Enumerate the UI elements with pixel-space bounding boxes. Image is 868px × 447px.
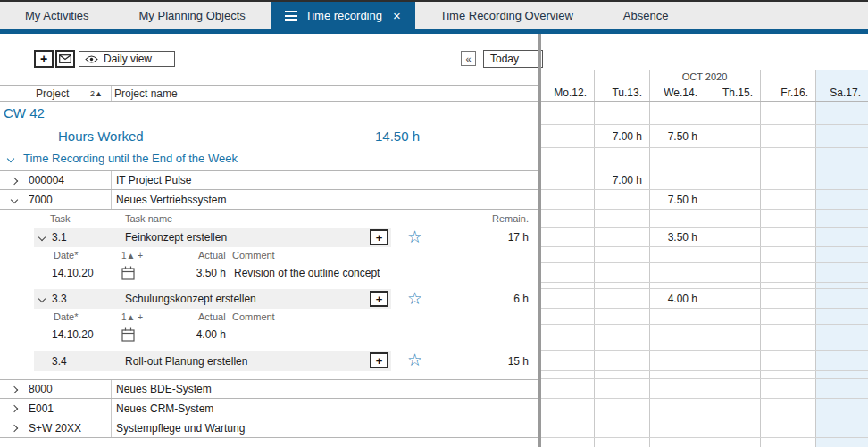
spacer-row — [0, 344, 539, 351]
tab-absence[interactable]: Absence — [598, 2, 694, 29]
hours-cell[interactable] — [594, 289, 649, 308]
close-icon[interactable]: × — [393, 9, 401, 22]
calendar-row-project — [541, 399, 868, 418]
tab-time-recording-overview[interactable]: Time Recording Overview — [415, 2, 598, 29]
sort-add-indicator[interactable]: 1▲ + — [121, 251, 143, 261]
tab-label: My Activities — [25, 9, 89, 22]
hours-cell[interactable] — [705, 190, 760, 209]
table-header: Project 2▲ Project name — [0, 85, 539, 102]
hours-cell[interactable]: 7.50 h — [649, 125, 705, 147]
tab-my-planning-objects[interactable]: My Planning Objects — [114, 2, 271, 29]
day-header[interactable]: Th.15. — [705, 85, 760, 101]
calendar-row-task: 3.50 h — [541, 228, 868, 247]
calendar-icon[interactable] — [121, 327, 135, 345]
task-header-row: Task Task name Remain. — [0, 210, 539, 228]
tab-my-activities[interactable]: My Activities — [0, 2, 114, 29]
hours-cell[interactable] — [815, 125, 868, 147]
calendar-row — [541, 247, 868, 263]
column-divider — [111, 418, 112, 437]
hours-cell[interactable] — [594, 190, 649, 209]
hours-cell[interactable] — [815, 190, 868, 209]
plus-icon: + — [40, 52, 47, 66]
hours-cell[interactable]: 7.00 h — [594, 170, 649, 189]
hours-cell[interactable] — [815, 289, 868, 308]
plus-icon: + — [376, 293, 383, 306]
hours-cell[interactable] — [541, 289, 594, 308]
hours-worked-label: Hours Worked — [58, 128, 144, 144]
add-entry-button[interactable]: + — [370, 352, 388, 368]
project-code: 7000 — [29, 194, 53, 206]
project-row[interactable]: 000004 IT Project Pulse — [0, 170, 539, 190]
hours-cell[interactable] — [760, 125, 815, 147]
hours-cell[interactable]: 4.00 h — [649, 289, 705, 308]
column-header-project[interactable]: Project — [36, 87, 69, 100]
hours-cell[interactable] — [649, 170, 705, 189]
add-button[interactable]: + — [34, 50, 54, 68]
chevron-right-icon[interactable] — [11, 178, 18, 185]
chevron-right-icon[interactable] — [11, 425, 18, 432]
view-selector[interactable]: Daily view — [79, 51, 175, 67]
remaining-hours: 6 h — [448, 293, 529, 305]
star-icon[interactable]: ☆ — [407, 228, 422, 247]
hours-cell[interactable] — [760, 170, 815, 189]
entry-date: 14.10.20 — [52, 267, 94, 279]
previous-week-button[interactable]: « — [461, 51, 476, 66]
chevron-right-icon[interactable] — [11, 405, 18, 412]
day-header[interactable]: We.14. — [649, 85, 705, 101]
menu-icon[interactable] — [285, 9, 297, 23]
tab-time-recording[interactable]: Time recording × — [271, 2, 415, 29]
project-row[interactable]: E001 Neues CRM-System — [0, 399, 539, 418]
mail-button[interactable] — [55, 50, 75, 68]
entry-row[interactable]: 14.10.20 3.50 h Revision of the outline … — [0, 263, 539, 283]
tab-label: Absence — [623, 9, 669, 22]
hours-cell[interactable] — [541, 125, 594, 147]
star-icon[interactable]: ☆ — [407, 351, 422, 370]
entry-row[interactable]: 14.10.20 4.00 h — [0, 325, 539, 344]
hours-cell[interactable]: 3.50 h — [649, 228, 705, 246]
hours-cell[interactable] — [760, 228, 815, 246]
hours-cell[interactable] — [705, 125, 760, 147]
star-icon[interactable]: ☆ — [407, 289, 422, 309]
hours-cell[interactable] — [705, 228, 760, 246]
hours-cell[interactable]: 7.50 h — [649, 190, 705, 209]
project-name: IT Project Pulse — [116, 174, 191, 186]
pane-splitter[interactable] — [538, 34, 541, 447]
task-row[interactable]: 3.4 Roll-out Planung erstellen + ☆ 15 h — [0, 351, 539, 371]
sort-indicator[interactable]: 2▲ — [90, 89, 103, 98]
hours-cell[interactable] — [815, 170, 868, 189]
calendar-row — [541, 325, 868, 344]
hours-cell[interactable] — [705, 170, 760, 189]
hours-cell[interactable] — [705, 289, 760, 308]
hours-cell[interactable] — [541, 170, 594, 189]
hours-cell[interactable] — [594, 228, 649, 246]
project-name: Neues BDE-System — [116, 383, 212, 395]
task-row[interactable]: 3.3 Schulungskonzept erstellen + ☆ 6 h — [0, 289, 539, 309]
calendar-icon[interactable] — [121, 266, 135, 284]
hours-cell[interactable] — [815, 228, 868, 246]
hours-cell[interactable] — [760, 190, 815, 209]
calendar-row-task: 4.00 h — [541, 289, 868, 309]
today-button[interactable]: Today — [483, 50, 543, 68]
view-label: Daily view — [104, 53, 152, 65]
day-header[interactable]: Tu.13. — [594, 85, 649, 101]
hours-cell[interactable] — [541, 228, 594, 246]
project-row[interactable]: 8000 Neues BDE-System — [0, 379, 539, 399]
hours-cell[interactable] — [541, 190, 594, 209]
add-entry-button[interactable]: + — [370, 229, 388, 245]
project-row[interactable]: 7000 Neues Vertriebssystem — [0, 190, 539, 210]
hours-cell[interactable] — [760, 289, 815, 308]
add-entry-button[interactable]: + — [370, 291, 388, 307]
chevron-down-icon[interactable] — [11, 196, 18, 203]
chevron-down-icon[interactable] — [7, 155, 14, 162]
chevron-right-icon[interactable] — [11, 386, 18, 393]
hours-cell[interactable]: 7.00 h — [594, 125, 649, 147]
task-row[interactable]: 3.1 Feinkonzept erstellen + ☆ 17 h — [0, 228, 539, 247]
column-header-date: Date* — [54, 311, 79, 322]
project-row[interactable]: S+W 20XX Systempflege und Wartung — [0, 418, 539, 438]
column-header-project-name[interactable]: Project name — [114, 87, 178, 100]
column-header-task: Task — [50, 213, 71, 224]
day-header[interactable]: Mo.12. — [541, 85, 594, 101]
day-header[interactable]: Fr.16. — [760, 85, 815, 101]
sort-add-indicator[interactable]: 1▲ + — [121, 312, 143, 322]
day-header[interactable]: Sa.17. — [815, 85, 868, 101]
